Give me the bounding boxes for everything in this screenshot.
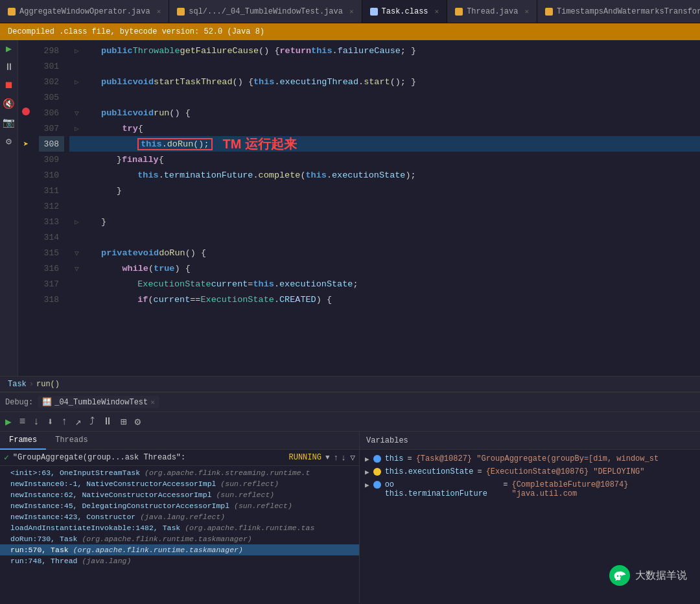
code-line-316: ▽ while( true) {	[69, 261, 700, 276]
thread-dropdown-btn[interactable]: ▼	[325, 454, 330, 461]
tab-aggregate[interactable]: AggregateWindowOperator.java ✕	[0, 0, 169, 23]
debug-side-toolbar: ▶ ⏸ ⏹ 🔇 📷 ⚙	[0, 40, 18, 376]
var-expand-execstate[interactable]: ▶	[365, 468, 369, 476]
debug-step-up[interactable]: ↑	[59, 415, 71, 429]
wechat-icon	[609, 565, 630, 586]
debug-session[interactable]: 🪟 _04_TumbleWindowTest ✕	[38, 396, 159, 408]
breadcrumb-run[interactable]: run()	[36, 380, 60, 389]
tab-frames[interactable]: Frames	[0, 432, 46, 450]
warning-text: Decompiled .class file, bytecode version…	[8, 27, 264, 36]
annotation-tm: TM 运行起来	[223, 135, 297, 153]
fold-icon-307[interactable]: ▷	[75, 124, 79, 133]
stop-btn[interactable]: ⏹	[4, 80, 14, 91]
thread-filter-btn[interactable]: ▽	[350, 452, 355, 463]
code-editor: ▶ ⏸ ⏹ 🔇 📷 ⚙ ➤	[0, 40, 700, 376]
thread-arrows: ↑ ↓	[334, 453, 347, 463]
code-line-313: ▷ }	[69, 214, 700, 229]
debug-label: Debug:	[5, 398, 33, 407]
frame-newinstance423[interactable]: newInstance:423, Constructor (java.lang.…	[0, 511, 359, 522]
breadcrumb-separator: ›	[29, 380, 34, 389]
var-this[interactable]: ▶ this = {Task@10827} "GroupAggregate(gr…	[360, 452, 700, 465]
debug-step-down[interactable]: ↓	[30, 415, 42, 429]
fold-icon-313[interactable]: ▷	[75, 218, 79, 226]
tab-task-class[interactable]: Task.class ✕	[362, 0, 448, 23]
current-line-arrow: ➤	[23, 139, 29, 150]
debug-header: Debug: 🪟 _04_TumbleWindowTest ✕	[0, 393, 700, 412]
session-icon: 🪟	[42, 397, 52, 407]
debug-step-out[interactable]: ↗	[73, 414, 84, 430]
code-line-305	[69, 89, 700, 105]
thread-check: ✓	[4, 452, 9, 463]
debug-step-down2[interactable]: ⬇	[45, 414, 56, 430]
warning-bar: Decompiled .class file, bytecode version…	[0, 23, 700, 40]
stack-frames-list: <init>:63, OneInputStreamTask (org.apach…	[0, 466, 359, 603]
watermark-label: 大数据羊说	[635, 569, 687, 583]
breadcrumb-task[interactable]: Task	[8, 380, 27, 389]
java-file-icon-4	[545, 8, 553, 16]
tab-timestamps[interactable]: TimestampsAndWatermarksTransformation.j …	[537, 0, 700, 23]
frame-dorun[interactable]: doRun:730, Task (org.apache.flink.runtim…	[0, 533, 359, 544]
var-name-execstate: this.executionState	[385, 467, 474, 476]
tab-close-1[interactable]: ✕	[157, 7, 161, 16]
frame-run-selected[interactable]: run:570, Task (org.apache.flink.runtime.…	[0, 544, 359, 555]
java-file-icon	[8, 8, 16, 16]
mute-btn[interactable]: 🔇	[3, 98, 15, 110]
debug-rerun[interactable]: ⤴	[87, 414, 97, 429]
var-icon-future	[373, 481, 381, 489]
resume-btn[interactable]: ▶	[6, 43, 12, 55]
pause-all-btn[interactable]: ⏸	[4, 62, 14, 73]
debug-panel: Debug: 🪟 _04_TumbleWindowTest ✕ ▶ ≡ ↓ ⬇ …	[0, 391, 700, 603]
thread-up-btn[interactable]: ↑	[334, 453, 339, 463]
code-line-309: } finally {	[69, 152, 700, 167]
var-termination-future[interactable]: ▶ oo this.terminationFuture = {Completab…	[360, 478, 700, 500]
java-file-icon-3	[455, 8, 463, 16]
var-execution-state[interactable]: ▶ this.executionState = {ExecutionState@…	[360, 465, 700, 478]
code-line-315: ▽ private void doRun() {	[69, 245, 700, 261]
fold-icon-302[interactable]: ▷	[75, 78, 79, 86]
var-expand-future[interactable]: ▶	[365, 481, 369, 489]
frame-init[interactable]: <init>:63, OneInputStreamTask (org.apach…	[0, 467, 359, 478]
var-icon-execstate	[373, 468, 381, 476]
var-expand-this[interactable]: ▶	[365, 455, 369, 463]
tab-close-3[interactable]: ✕	[435, 7, 439, 16]
tab-close-2[interactable]: ✕	[349, 7, 354, 16]
session-close[interactable]: ✕	[150, 398, 155, 406]
code-line-301	[69, 58, 700, 74]
settings-btn[interactable]: ⚙	[6, 135, 12, 148]
frame-thread-run[interactable]: run:748, Thread (java.lang)	[0, 555, 359, 566]
thread-status: RUNNING	[289, 453, 321, 462]
fold-icon-298[interactable]: ▷	[75, 47, 79, 55]
breakpoint-306[interactable]	[22, 107, 30, 119]
thread-down-btn[interactable]: ↓	[341, 453, 346, 463]
debug-content: Frames Threads ✓ "GroupAggregate(group..…	[0, 432, 700, 603]
debug-resume-btn[interactable]: ▶	[3, 414, 14, 430]
debug-settings2[interactable]: ⚙	[132, 414, 143, 430]
variables-header: Variables	[360, 432, 700, 450]
frame-newinstance45[interactable]: newInstance:45, DelegatingConstructorAcc…	[0, 500, 359, 511]
frame-loadinstantiate[interactable]: loadAndInstantiateInvokable:1482, Task (…	[0, 522, 359, 533]
tab-threads[interactable]: Threads	[46, 432, 97, 450]
fold-icon-306[interactable]: ▽	[75, 109, 79, 117]
line-numbers: 298 301 302 305 306 307 308 309 310 311 …	[34, 40, 69, 376]
fold-icon-316[interactable]: ▽	[75, 264, 79, 273]
tab-thread[interactable]: Thread.java ✕	[447, 0, 537, 23]
tab-tumble[interactable]: sql/.../_04_TumbleWindowTest.java ✕	[169, 0, 362, 23]
fold-icon-315[interactable]: ▽	[75, 249, 79, 257]
var-value-future: {CompletableFuture@10874} "java.util.com	[511, 480, 695, 498]
tab-bar: AggregateWindowOperator.java ✕ sql/.../_…	[0, 0, 700, 23]
debug-step-over[interactable]: ≡	[17, 415, 29, 429]
code-line-318: if ( current == ExecutionState. CREATED)…	[69, 292, 700, 307]
code-line-317: ExecutionState current = this. execution…	[69, 276, 700, 292]
frame-newinstance0[interactable]: newInstance0:-1, NativeConstructorAccess…	[0, 478, 359, 489]
tab-close-4[interactable]: ✕	[524, 7, 529, 16]
camera-btn[interactable]: 📷	[3, 117, 15, 129]
java-file-icon-2	[177, 8, 185, 16]
code-line-311: }	[69, 183, 700, 198]
code-line-298: ▷ public Throwable getFailureCause() { r…	[69, 43, 700, 58]
debug-pause2[interactable]: ⏸	[100, 414, 115, 429]
debug-more[interactable]: ⊞	[118, 414, 130, 430]
frame-newinstance62[interactable]: newInstance:62, NativeConstructorAccesso…	[0, 489, 359, 500]
var-name-future: oo this.terminationFuture	[385, 480, 500, 498]
var-value-this: {Task@10827} "GroupAggregate(groupBy=[di…	[416, 454, 659, 463]
code-line-308: this.doRun(); TM 运行起来	[69, 136, 700, 152]
